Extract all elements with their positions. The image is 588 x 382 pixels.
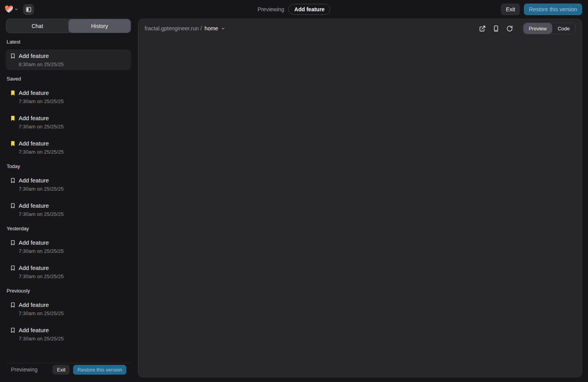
view-mode-toggle: Preview Code xyxy=(523,23,576,34)
bookmark-icon xyxy=(10,203,16,209)
url-breadcrumb[interactable]: fractal.gptengineer.run /home xyxy=(145,25,225,32)
section-label: Today xyxy=(7,163,130,169)
version-time: 7:30am on 25/25/25 xyxy=(19,248,64,254)
history-item[interactable]: Add feature7:30am on 25/25/25 xyxy=(6,324,131,344)
toggle-code[interactable]: Code xyxy=(552,23,575,34)
section-label: Previously xyxy=(7,288,130,294)
open-in-new-tab-icon[interactable] xyxy=(479,25,486,32)
restore-version-button[interactable]: Restore this version xyxy=(524,4,582,15)
version-time: 7:30am on 25/25/25 xyxy=(19,149,64,155)
history-item[interactable]: Add feature7:30am on 25/25/25 xyxy=(6,174,131,195)
history-item[interactable]: Add feature7:30am on 25/25/25 xyxy=(6,86,131,107)
version-title: Add feature xyxy=(19,301,64,309)
bookmark-icon xyxy=(10,327,16,333)
section-label: Yesterday xyxy=(7,226,130,231)
version-title: Add feature xyxy=(19,202,64,210)
version-time: 7:30am on 25/25/25 xyxy=(19,335,64,342)
tab-history[interactable]: History xyxy=(68,19,131,33)
history-item[interactable]: Add feature8:30am on 25/25/25 xyxy=(6,49,131,70)
sidebar-tabs: Chat History xyxy=(6,19,131,33)
sidebar-footer: Previewing Exit Restore this version xyxy=(6,363,131,376)
version-title: Add feature xyxy=(19,139,64,147)
bookmark-icon xyxy=(10,90,16,96)
version-title: Add feature xyxy=(19,89,64,97)
bookmark-icon xyxy=(10,302,16,308)
history-item[interactable]: Add feature7:30am on 25/25/25 xyxy=(6,298,131,319)
mobile-view-icon[interactable] xyxy=(493,25,499,32)
workspace-menu[interactable] xyxy=(5,5,18,13)
panel-left-icon xyxy=(26,7,32,12)
version-title: Add feature xyxy=(19,52,64,60)
url-page: home xyxy=(205,25,218,32)
previewing-label: Previewing xyxy=(257,6,284,12)
version-time: 7:30am on 25/25/25 xyxy=(19,98,64,105)
history-list: LatestAdd feature8:30am on 25/25/25Saved… xyxy=(6,33,131,363)
tab-chat[interactable]: Chat xyxy=(6,19,68,33)
version-time: 7:30am on 25/25/25 xyxy=(19,273,64,280)
refresh-icon[interactable] xyxy=(506,25,513,32)
chevron-down-icon xyxy=(14,7,18,11)
history-item[interactable]: Add feature7:30am on 25/25/25 xyxy=(6,261,131,282)
chevron-down-icon xyxy=(221,26,225,31)
version-time: 7:30am on 25/25/25 xyxy=(19,186,64,192)
version-title: Add feature xyxy=(19,176,64,184)
version-time: 7:30am on 25/25/25 xyxy=(19,310,64,317)
history-item[interactable]: Add feature7:30am on 25/25/25 xyxy=(6,112,131,132)
version-time: 8:30am on 25/25/25 xyxy=(19,61,64,68)
section-label: Latest xyxy=(7,39,130,45)
history-sidebar: Chat History LatestAdd feature8:30am on … xyxy=(6,19,131,376)
bookmark-icon xyxy=(10,53,16,59)
version-title: Add feature xyxy=(19,326,64,334)
top-header: Previewing Add feature Exit Restore this… xyxy=(0,0,588,19)
sidebar-toggle-button[interactable] xyxy=(23,4,34,15)
lovable-heart-logo xyxy=(5,5,13,13)
section-label: Saved xyxy=(7,76,130,82)
toggle-preview[interactable]: Preview xyxy=(523,23,552,34)
history-item[interactable]: Add feature7:30am on 25/25/25 xyxy=(6,137,131,158)
bookmark-icon xyxy=(10,115,16,121)
exit-button[interactable]: Exit xyxy=(501,4,520,15)
version-time: 7:30am on 25/25/25 xyxy=(19,211,64,217)
footer-previewing-label: Previewing xyxy=(11,366,37,373)
version-time: 7:30am on 25/25/25 xyxy=(19,123,64,130)
url-prefix: fractal.gptengineer.run / xyxy=(145,25,202,32)
version-title: Add feature xyxy=(19,264,64,272)
bookmark-icon xyxy=(10,240,16,246)
history-item[interactable]: Add feature7:30am on 25/25/25 xyxy=(6,199,131,220)
version-badge: Add feature xyxy=(289,4,331,15)
preview-header: fractal.gptengineer.run /home xyxy=(138,19,582,38)
version-title: Add feature xyxy=(19,238,64,247)
history-item[interactable]: Add feature7:30am on 25/25/25 xyxy=(6,236,131,257)
footer-exit-button[interactable]: Exit xyxy=(52,365,70,375)
footer-restore-version-button[interactable]: Restore this version xyxy=(73,365,126,375)
version-title: Add feature xyxy=(19,114,64,122)
bookmark-icon xyxy=(10,177,16,184)
preview-panel: fractal.gptengineer.run /home xyxy=(138,19,582,377)
bookmark-icon xyxy=(10,265,16,271)
bookmark-icon xyxy=(10,140,16,147)
